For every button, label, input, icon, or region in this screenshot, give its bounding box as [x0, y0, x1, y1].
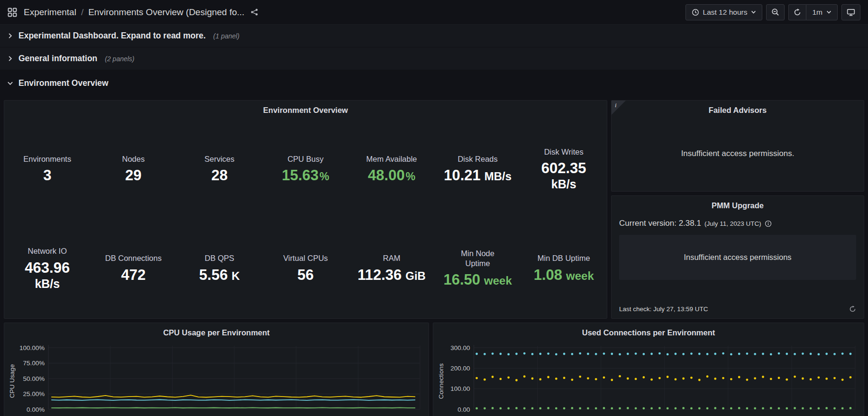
stat-label: Environments [7, 154, 88, 164]
svg-text:75.00%: 75.00% [23, 360, 45, 367]
stat-disk-writes: Disk Writes 602.35kB/s [521, 147, 607, 192]
stat-services: Services 28 [176, 154, 263, 185]
stats-grid: Environments 3 Nodes 29 Services 28 CPU … [4, 120, 607, 318]
stat-environments: Environments 3 [4, 154, 91, 185]
chevron-down-icon [751, 9, 756, 15]
panel-title[interactable]: CPU Usage per Environment [4, 323, 429, 342]
svg-text:0.00: 0.00 [457, 406, 470, 413]
breadcrumb-separator: / [81, 7, 83, 18]
stat-label: RAM [351, 253, 432, 263]
kiosk-mode-button[interactable] [841, 4, 860, 20]
row-panel-count: (2 panels) [105, 55, 134, 63]
share-icon[interactable] [250, 8, 258, 16]
refresh-interval-picker[interactable]: 1m [806, 4, 838, 20]
chevron-down-icon [826, 9, 831, 15]
panel-title[interactable]: PMM Upgrade [612, 196, 864, 215]
stat-value: 1.08week [523, 267, 604, 284]
stat-label: Network IO [7, 246, 88, 256]
stat-value: 29 [93, 167, 174, 185]
stat-label: DB Connections [93, 253, 174, 263]
refresh-button[interactable] [788, 4, 806, 20]
pmm-upgrade-footer: Last check: July 27, 13:59 UTC [619, 305, 856, 318]
y-axis-label: Connections [436, 343, 446, 416]
panel-title[interactable]: Used Connections per Environment [433, 323, 864, 342]
stat-ram: RAM 112.36GiB [348, 253, 435, 284]
stat-nodes: Nodes 29 [91, 154, 177, 185]
stat-value: 10.21MB/s [438, 167, 518, 185]
last-check-text: Last check: July 27, 13:59 UTC [619, 305, 708, 313]
svg-text:50.00%: 50.00% [23, 375, 45, 382]
stat-mem-available: Mem Available 48.00% [348, 154, 435, 185]
svg-text:200.00: 200.00 [450, 365, 470, 372]
stat-label: Disk Writes [523, 147, 604, 157]
panel-title[interactable]: Environment Overview [4, 101, 607, 120]
connections-chart-plot[interactable]: 0.00100.00200.00300.00 [446, 343, 859, 416]
stat-label: Services [179, 154, 260, 164]
search-minus-icon [771, 8, 779, 16]
stat-label: CPU Busy [265, 154, 346, 164]
time-range-picker[interactable]: Last 12 hours [685, 4, 763, 20]
row-title: General information [18, 54, 97, 64]
chevron-down-icon [7, 80, 14, 87]
y-axis-label: CPU Usage [7, 343, 17, 416]
dashboard-controls: Last 12 hours 1m [685, 4, 860, 20]
panel-environment-overview: Environment Overview Environments 3 Node… [4, 100, 607, 319]
stat-value: 3 [7, 167, 88, 185]
stat-value: 48.00% [351, 167, 432, 185]
check-update-refresh-icon[interactable] [849, 305, 856, 313]
row-experimental-dashboard[interactable]: Experimental Dashboard. Expand to read m… [0, 25, 868, 47]
info-circle-icon[interactable] [765, 220, 772, 227]
cpu-usage-chart-plot[interactable]: 0.00%25.00%50.00%75.00%100.00% [17, 343, 424, 416]
stat-disk-reads: Disk Reads 10.21MB/s [435, 154, 521, 185]
row-title: Experimental Dashboard. Expand to read m… [18, 31, 206, 41]
svg-text:0.00%: 0.00% [27, 406, 45, 413]
panel-title[interactable]: Failed Advisors [612, 101, 864, 120]
stat-value: 16.50week [438, 271, 518, 289]
apps-grid-icon[interactable] [8, 8, 17, 17]
stat-virtual-cpus: Virtual CPUs 56 [263, 253, 349, 284]
panel-used-connections-per-environment: Used Connections per Environment Connect… [433, 323, 864, 416]
zoom-out-button[interactable] [766, 4, 785, 20]
row-general-information[interactable]: General information (2 panels) [0, 47, 868, 70]
refresh-interval-label: 1m [812, 8, 822, 17]
current-version-text: Current version: 2.38.1 [619, 219, 701, 228]
row-environment-overview[interactable]: Environment Overview [0, 70, 868, 96]
stat-label: Min Node Uptime [454, 249, 502, 269]
stat-value: 28 [179, 167, 260, 185]
stat-value: 15.63% [265, 167, 346, 185]
chart-body: Connections 0.00100.00200.00300.00 [433, 342, 864, 416]
panel-info-corner-icon[interactable]: i [612, 101, 626, 115]
stat-network-io: Network IO 463.96kB/s [4, 246, 91, 291]
breadcrumb-folder[interactable]: Experimental [24, 7, 76, 18]
stat-label: Virtual CPUs [265, 253, 346, 263]
row-title: Environment Overview [18, 78, 109, 88]
stat-value: 5.56K [179, 267, 260, 284]
monitor-icon [847, 8, 855, 17]
panel-pmm-upgrade: PMM Upgrade Current version: 2.38.1 (Jul… [611, 195, 864, 319]
version-date-text: (July 11, 2023 UTC) [704, 220, 761, 227]
stat-min-node-uptime: Min Node Uptime 16.50week [435, 249, 521, 289]
stat-db-qps: DB QPS 5.56K [176, 253, 263, 284]
stat-label: DB QPS [179, 253, 260, 263]
panel-cpu-usage-per-environment: CPU Usage per Environment CPU Usage 0.00… [4, 323, 429, 416]
top-nav: Experimental / Environments Overview (De… [0, 0, 868, 25]
stat-value: 56 [265, 267, 346, 284]
svg-text:300.00: 300.00 [450, 344, 470, 351]
stat-label: Min DB Uptime [523, 253, 604, 263]
chevron-right-icon [7, 55, 14, 62]
stat-min-db-uptime: Min DB Uptime 1.08week [521, 253, 607, 284]
stat-db-connections: DB Connections 472 [91, 253, 177, 284]
stat-value: 472 [93, 267, 174, 284]
panel-failed-advisors: i Failed Advisors Insufficient access pe… [611, 100, 864, 192]
pmm-upgrade-message: Insufficient access permissions [684, 253, 791, 262]
stat-label: Disk Reads [438, 154, 518, 164]
pmm-upgrade-body: Current version: 2.38.1 (July 11, 2023 U… [612, 215, 864, 318]
stat-value: 463.96kB/s [7, 259, 88, 291]
refresh-icon [794, 9, 801, 16]
time-range-label: Last 12 hours [703, 8, 748, 17]
chevron-right-icon [7, 32, 14, 39]
failed-advisors-message: Insufficient access permissions. [612, 149, 864, 158]
stat-cpu-busy: CPU Busy 15.63% [263, 154, 349, 185]
stat-label: Nodes [93, 154, 174, 164]
breadcrumb-current: Environments Overview (Designed fo... [88, 7, 244, 18]
